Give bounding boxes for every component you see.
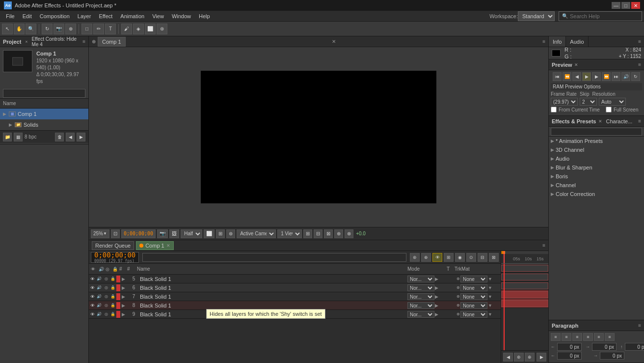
effects-panel-menu[interactable]: ≡ <box>638 118 641 124</box>
zoom-tool[interactable]: 🔍 <box>26 24 36 34</box>
layer-lock-6[interactable]: 🔒 <box>109 284 116 291</box>
effects-close[interactable]: ✕ <box>598 119 602 124</box>
prev-forward[interactable]: ⏩ <box>602 72 611 81</box>
nav-right-button[interactable]: ▶ <box>77 133 85 141</box>
indent-bottom-right-field[interactable] <box>600 352 624 360</box>
prev-loop[interactable]: ↻ <box>631 72 640 81</box>
comp-tab-comp1[interactable]: Comp 1 <box>98 37 126 47</box>
nav-left-button[interactable]: ◀ <box>66 133 75 141</box>
search-help-input[interactable] <box>570 13 639 19</box>
effects-item-3d-channel[interactable]: ▶ 3D Channel <box>549 145 644 154</box>
layer-eye-5[interactable]: 👁 <box>89 276 96 282</box>
menu-file[interactable]: File <box>2 12 19 20</box>
timecode-bottom-button[interactable]: 0;00;00;00 <box>121 229 156 238</box>
show-snapshot-button[interactable]: 🖼 <box>169 229 179 238</box>
from-current-time-checkbox[interactable] <box>551 107 557 112</box>
layer-solo-8[interactable]: ◎ <box>103 302 109 309</box>
layer-lock-7[interactable]: 🔒 <box>109 293 116 300</box>
layer-solo-5[interactable]: ◎ <box>103 276 109 282</box>
prev-first[interactable]: ⏮ <box>553 72 562 81</box>
shy-button[interactable]: 👁 <box>432 253 442 262</box>
tl-btn-7[interactable]: ⊟ <box>478 253 487 262</box>
project-item-solids[interactable]: ▶ 📁 Solids <box>0 119 88 130</box>
indent-top-field[interactable] <box>625 343 644 351</box>
layer-audio-6[interactable]: 🔊 <box>96 284 103 291</box>
layer-mode-select-7[interactable]: Nor... <box>407 293 434 300</box>
character-tab[interactable]: Characte... <box>606 118 633 124</box>
comp-panel-menu[interactable]: ≡ <box>542 39 545 44</box>
layer-lock-5[interactable]: 🔒 <box>109 276 116 282</box>
grid-button[interactable]: ⊞ <box>216 229 225 238</box>
project-search-input[interactable] <box>3 89 85 98</box>
tl-btn-8[interactable]: ⊠ <box>489 253 499 262</box>
layer-audio-9[interactable]: 🔊 <box>96 311 103 318</box>
comp-options-btn4[interactable]: ⊕ <box>334 229 343 238</box>
layer-lock-9[interactable]: 🔒 <box>109 311 116 318</box>
layer-solo-7[interactable]: ◎ <box>103 293 109 300</box>
menu-view[interactable]: View <box>148 12 168 20</box>
text-tool[interactable]: T <box>105 24 116 34</box>
layer-mode-select-5[interactable]: Nor... <box>407 276 434 282</box>
full-screen-checkbox[interactable] <box>606 107 612 112</box>
selection-tool[interactable]: ↖ <box>2 24 13 34</box>
info-tab[interactable]: Info <box>549 36 566 47</box>
trkmat-select-7[interactable]: None <box>460 293 487 300</box>
indent-right-field[interactable] <box>592 343 617 351</box>
trkmat-select-5[interactable]: None <box>460 276 487 282</box>
eraser-tool[interactable]: ⬜ <box>145 24 156 34</box>
align-center-button[interactable]: ≡ <box>562 333 571 341</box>
maximize-button[interactable]: □ <box>621 2 630 9</box>
camera-tool[interactable]: 📷 <box>54 24 64 34</box>
menu-composition[interactable]: Composition <box>36 12 74 20</box>
layer-eye-6[interactable]: 👁 <box>89 284 96 291</box>
effects-item-blur-sharpen[interactable]: ▶ Blur & Sharpen <box>549 163 644 172</box>
menu-effect[interactable]: Effect <box>95 12 116 20</box>
active-camera-select[interactable]: Active Camera <box>237 229 276 238</box>
layer-expand-6[interactable]: ▶ <box>122 285 128 290</box>
tl-footer-btn-4[interactable]: ▶ <box>537 353 546 362</box>
layer-expand-5[interactable]: ▶ <box>122 277 128 281</box>
menu-edit[interactable]: Edit <box>19 12 36 20</box>
effects-item-channel[interactable]: ▶ Channel <box>549 181 644 190</box>
hand-tool[interactable]: ✋ <box>14 24 25 34</box>
effects-search-input[interactable] <box>551 128 642 136</box>
resolution-select[interactable]: Auto <box>599 98 626 106</box>
prev-next-frame[interactable]: ▶ <box>592 72 601 81</box>
effects-item-audio[interactable]: ▶ Audio <box>549 154 644 163</box>
align-justify-all-button[interactable]: ≡ <box>594 333 604 341</box>
tl-footer-btn-1[interactable]: ◀ <box>503 353 513 362</box>
trkmat-select-8[interactable]: None <box>460 302 487 309</box>
framerate-select[interactable]: (29.97) <box>551 98 578 106</box>
layer-lock-8[interactable]: 🔒 <box>109 302 116 309</box>
new-folder-button[interactable]: 📁 <box>3 133 12 141</box>
comp-close-icon[interactable]: ✕ <box>332 39 336 44</box>
tl-footer-btn-2[interactable]: ⊛ <box>514 353 524 362</box>
tl-footer-btn-3[interactable]: ⊕ <box>525 353 535 362</box>
project-item-comp1[interactable]: ▶ ▦ Comp 1 <box>0 109 88 119</box>
indent-bottom-left-field[interactable] <box>557 352 582 360</box>
trkmat-select-6[interactable]: None <box>460 284 487 291</box>
fit-button[interactable]: ⊡ <box>111 229 120 238</box>
timecode-display[interactable]: 0;00;00;00 00000 (29.97 fps) <box>91 252 139 263</box>
comp1-timeline-tab[interactable]: Comp 1 ✕ <box>136 241 174 250</box>
channel-button[interactable]: ⊛ <box>226 229 235 238</box>
indent-left-field[interactable] <box>557 343 582 351</box>
paragraph-panel-menu[interactable]: ≡ <box>638 323 641 328</box>
region-button[interactable]: ⬜ <box>204 229 215 238</box>
rotate-tool[interactable]: ↻ <box>42 24 53 34</box>
tl-btn-2[interactable]: ⊕ <box>421 253 431 262</box>
comp-options-btn2[interactable]: ⊟ <box>314 229 322 238</box>
zoom-level-button[interactable]: 25% ▼ <box>91 229 109 238</box>
quality-select[interactable]: Half <box>181 229 202 238</box>
align-right-button[interactable]: ≡ <box>572 333 582 341</box>
layer-mode-select-9[interactable]: Nor... <box>407 311 434 318</box>
pan-tool[interactable]: ⊕ <box>65 24 76 34</box>
menu-help[interactable]: Help <box>195 12 214 20</box>
align-justify-last-button[interactable]: ≡ <box>605 333 615 341</box>
tl-btn-1[interactable]: ⊛ <box>410 253 420 262</box>
layer-audio-8[interactable]: 🔊 <box>96 302 103 309</box>
audio-tab[interactable]: Audio <box>566 36 588 47</box>
menu-layer[interactable]: Layer <box>74 12 95 20</box>
align-justify-button[interactable]: ≡ <box>583 333 593 341</box>
effects-item-animation-presets[interactable]: ▶ * Animation Presets <box>549 137 644 145</box>
